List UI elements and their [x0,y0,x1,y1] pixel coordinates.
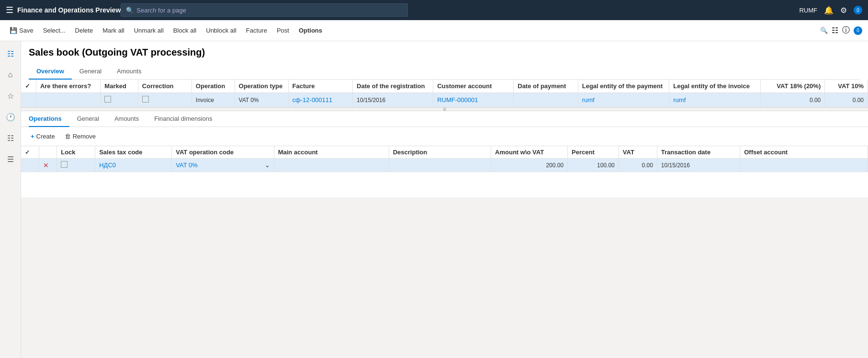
unmark-all-button[interactable]: Unmark all [130,25,168,36]
notification-icon[interactable]: 🔔 [824,6,834,15]
save-button[interactable]: 💾 Save [6,25,37,36]
brow-description [389,159,491,172]
trash-icon: 🗑 [65,133,71,140]
table-row[interactable]: Invoice VAT 0% сф-12-000111 10/15/2016 R… [21,93,868,107]
row-legal-payment: rumf [578,93,669,107]
brow-vat-code: VAT 0% ⌄ [172,159,274,172]
home-icon[interactable]: ⌂ [2,66,19,83]
clock-icon[interactable]: 🕐 [2,108,19,126]
left-sidebar: ☷ ⌂ ☆ 🕐 ☷ ☰ [0,41,21,358]
badge-count: 0 [854,6,862,14]
brow-transaction-date: 10/15/2016 [657,159,740,172]
row-operation: Invoice [192,93,235,107]
row-marked [101,93,138,107]
search-bar[interactable]: 🔍 Search for a page [121,3,408,17]
brow-check [21,159,39,172]
star-icon[interactable]: ☆ [2,87,19,104]
upper-panel: Sales book (Outgoing VAT processing) Ove… [21,41,868,107]
tab-overview[interactable]: Overview [29,64,72,80]
row-operation-type: VAT 0% [235,93,288,107]
brow-amount: 200.00 [491,159,568,172]
mark-all-button[interactable]: Mark all [99,25,128,36]
brow-sales-tax: НДС0 [95,159,172,172]
bottom-table-container: ✓ Lock Sales tax code VAT operation code [21,146,868,197]
post-button[interactable]: Post [273,25,293,36]
brow-delete: ✕ [39,159,56,172]
tab-general[interactable]: General [72,64,109,80]
bcol-main-account: Main account [274,146,389,159]
delete-row-icon[interactable]: ✕ [43,162,49,169]
select-all-checkbox[interactable]: ✓ [25,82,30,90]
lock-checkbox[interactable] [61,161,68,168]
col-customer-account: Customer account [433,80,514,93]
correction-checkbox[interactable] [142,96,149,103]
col-correction: Correction [138,80,192,93]
brow-main-account [274,159,389,172]
search-icon: 🔍 [126,7,134,14]
unblock-all-button[interactable]: Unblock all [202,25,240,36]
filter-icon[interactable]: ☷ [2,45,19,62]
bottom-toolbar: + Create 🗑 Remove [21,127,868,146]
bottom-tab-financial-dimensions[interactable]: Financial dimensions [154,111,220,127]
bcol-offset-account: Offset account [740,146,868,159]
hamburger-menu[interactable]: ☰ [6,5,13,15]
command-bar: 💾 Save Select... Delete Mark all Unmark … [0,20,868,41]
bottom-tab-operations[interactable]: Operations [29,111,69,127]
list-icon[interactable]: ☰ [2,150,19,168]
app-title: Finance and Operations Preview [17,6,121,14]
row-facture: сф-12-000111 [288,93,352,107]
page-title: Sales book (Outgoing VAT processing) [29,47,860,58]
col-marked: Marked [101,80,138,93]
save-icon: 💾 [10,27,17,34]
user-name: RUMF [799,7,817,14]
col-vat18: VAT 18% (20%) [760,80,824,93]
bottom-tab-bar: Operations General Amounts Financial dim… [21,111,868,127]
row-correction [138,93,192,107]
row-date-reg: 10/15/2016 [353,93,433,107]
bottom-panel: Operations General Amounts Financial dim… [21,111,868,197]
top-navbar: ☰ Finance and Operations Preview 🔍 Searc… [0,0,868,20]
create-button[interactable]: + Create [27,131,59,142]
bcol-check: ✓ [21,146,39,159]
remove-button[interactable]: 🗑 Remove [61,131,100,142]
block-all-button[interactable]: Block all [169,25,200,36]
select-button[interactable]: Select... [39,25,69,36]
page-header: Sales book (Outgoing VAT processing) Ove… [21,41,868,80]
row-legal-invoice: rumf [669,93,761,107]
col-errors: Are there errors? [36,80,100,93]
search-placeholder: Search for a page [136,7,186,14]
cmd-info-icon[interactable]: ⓘ [842,25,850,35]
bcol-description: Description [389,146,491,159]
bottom-tab-general[interactable]: General [77,111,107,127]
nav-right: RUMF 🔔 ⚙ 0 [799,6,862,15]
facture-button[interactable]: Facture [242,25,271,36]
settings-icon[interactable]: ⚙ [840,6,847,15]
delete-button[interactable]: Delete [71,25,97,36]
brow-percent: 100.00 [568,159,619,172]
tab-amounts[interactable]: Amounts [109,64,149,80]
col-vat10: VAT 10% [825,80,868,93]
col-legal-invoice: Legal entity of the invoice [669,80,761,93]
vat-code-dropdown[interactable]: ⌄ [265,162,270,169]
main-layout: ☷ ⌂ ☆ 🕐 ☷ ☰ Sales book (Outgoing VAT pro… [0,41,868,358]
cmd-view-icon[interactable]: ☷ [832,26,838,35]
col-date-payment: Date of payment [514,80,578,93]
brow-vat: 0.00 [619,159,657,172]
bcol-vat: VAT [619,146,657,159]
bcol-lock: Lock [57,146,95,159]
marked-checkbox[interactable] [104,96,111,103]
resizer-bar[interactable]: ≡ [21,107,868,111]
col-operation: Operation [192,80,235,93]
row-errors [36,93,100,107]
bcol-percent: Percent [568,146,619,159]
cmd-search-icon[interactable]: 🔍 [820,27,828,34]
main-content: Sales book (Outgoing VAT processing) Ove… [21,41,868,358]
grid-icon[interactable]: ☷ [2,129,19,147]
bottom-table-row[interactable]: ✕ НДС0 VAT 0% ⌄ [21,159,868,172]
bottom-tab-amounts[interactable]: Amounts [114,111,147,127]
col-facture: Facture [288,80,352,93]
options-button[interactable]: Options [295,25,326,36]
bcol-amount: Amount w\o VAT [491,146,568,159]
main-table: ✓ Are there errors? Marked Correction [21,80,868,107]
cmd-right-icons: 🔍 ☷ ⓘ 0 [820,25,862,35]
